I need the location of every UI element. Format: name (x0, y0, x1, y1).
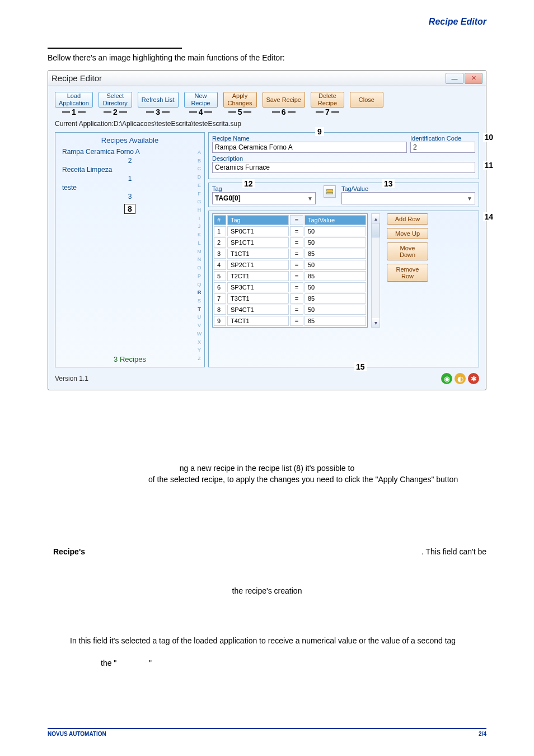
recipe-list-item-count: 2 (55, 157, 204, 165)
callout-11: 11 (483, 161, 494, 170)
recipe-name-input[interactable] (212, 142, 407, 153)
alpha-letter[interactable]: W (195, 331, 203, 337)
alpha-letter[interactable]: B (195, 158, 203, 164)
toolbar-button[interactable]: Apply Changes (223, 92, 257, 108)
alpha-letter[interactable]: O (195, 265, 203, 270)
move-up-button[interactable]: Move Up (387, 228, 428, 239)
tag-combo-value: TAG0[0] (215, 194, 241, 202)
doc-frag-3b: . This field can't be (421, 547, 486, 558)
toolbar-button[interactable]: Refresh List (138, 92, 179, 108)
alpha-letter[interactable]: X (195, 339, 203, 345)
alpha-letter[interactable]: R (195, 290, 203, 295)
tag-label: Tag (212, 185, 316, 192)
recipe-list-item[interactable]: teste (62, 184, 198, 192)
alpha-letter[interactable]: T (195, 306, 203, 312)
tag-value-combo[interactable]: ▼ (341, 192, 475, 204)
doc-frag-1: ng a new recipe in the recipe list (8) i… (64, 463, 470, 474)
alpha-letter[interactable]: Y (195, 347, 203, 353)
recipe-list-item-count: 3 (55, 193, 204, 200)
alpha-letter[interactable]: F (195, 191, 203, 197)
alpha-letter[interactable]: U (195, 314, 203, 320)
callout-4: 4 (189, 108, 213, 116)
alpha-letter[interactable]: A (195, 150, 203, 155)
chevron-down-icon: ▼ (467, 195, 472, 202)
chevron-down-icon: ▼ (307, 195, 313, 202)
table-row[interactable]: 6SP3CT1=50 (214, 282, 366, 292)
alpha-letter[interactable]: L (195, 240, 203, 246)
alpha-letter[interactable]: E (195, 183, 203, 188)
table-row[interactable]: 2SP1CT1=50 (214, 237, 366, 248)
table-row[interactable]: 8SP4CT1=50 (214, 305, 366, 315)
id-code-input[interactable] (410, 142, 475, 153)
table-row[interactable]: 4SP2CT1=50 (214, 260, 366, 270)
toolbar-button[interactable]: Select Directory (99, 92, 132, 108)
toolbar-button[interactable]: Close (350, 92, 383, 108)
table-row[interactable]: 7T3CT1=85 (214, 293, 366, 304)
tag-table: #Tag=Tag/Value1SP0CT1=502SP1CT1=503T1CT1… (212, 213, 368, 328)
toolbar-button[interactable]: Save Recipe (263, 92, 305, 108)
tag-icon-button-1[interactable] (324, 185, 336, 198)
callout-15: 15 (354, 362, 367, 371)
alpha-letter[interactable]: K (195, 232, 203, 237)
alpha-letter[interactable]: I (195, 216, 203, 221)
callout-5: 5 (228, 108, 252, 116)
alpha-letter[interactable]: M (195, 249, 203, 254)
alpha-letter[interactable]: C (195, 166, 203, 171)
tag-combo[interactable]: TAG0[0] ▼ (212, 192, 316, 204)
status-icon-green: ◉ (441, 373, 452, 384)
table-row[interactable]: 3T1CT1=85 (214, 249, 366, 259)
alpha-letter[interactable]: D (195, 174, 203, 180)
table-row[interactable]: 1SP0CT1=50 (214, 226, 366, 236)
alpha-letter[interactable]: H (195, 207, 203, 213)
page-footer: NOVUS AUTOMATION 2/4 (48, 728, 486, 737)
scroll-up-icon[interactable]: ▴ (372, 214, 380, 223)
recipe-list-item[interactable]: Rampa Ceramica Forno A (62, 148, 198, 156)
table-header: = (290, 215, 303, 225)
table-scrollbar[interactable]: ▴ ▾ (371, 213, 380, 328)
page-header-title: Recipe Editor (429, 17, 486, 27)
recipes-count: 3 Recipes (55, 352, 204, 367)
recipes-available-header: Recipes Available (55, 133, 204, 147)
recipe-editor-window: Recipe Editor — ✕ Load Application1Selec… (48, 70, 486, 390)
alpha-letter[interactable]: G (195, 199, 203, 204)
doc-frag-5: In this field it's selected a tag of the… (48, 636, 486, 647)
alpha-letter[interactable]: S (195, 298, 203, 304)
alpha-letter[interactable]: Q (195, 282, 203, 287)
table-header: Tag (227, 215, 289, 225)
scroll-thumb[interactable] (372, 223, 380, 237)
doc-frag-2: of the selected recipe, to apply the cha… (148, 474, 470, 486)
tag-value-label: Tag/Value (341, 185, 475, 192)
callout-2: 2 (104, 108, 127, 116)
move-down-button[interactable]: Move Down (387, 242, 428, 260)
minimize-button[interactable]: — (446, 73, 463, 84)
callout-1: 1 (62, 108, 86, 116)
alpha-index[interactable]: ABCDEFGHIJKLMNOPQRSTUVWXYZ (195, 150, 203, 361)
alpha-letter[interactable]: J (195, 223, 203, 229)
description-input[interactable] (212, 162, 475, 173)
toolbar: Load Application1Select Directory2Refres… (55, 92, 479, 116)
doc-frag-4: the recipe's creation (48, 586, 486, 597)
callout-6: 6 (272, 108, 296, 116)
table-row[interactable]: 5T2CT1=85 (214, 271, 366, 281)
close-window-button[interactable]: ✕ (465, 73, 483, 84)
toolbar-button[interactable]: Load Application (55, 92, 93, 108)
remove-row-button[interactable]: Remove Row (387, 264, 428, 282)
callout-14: 14 (483, 212, 494, 221)
toolbar-button[interactable]: New Recipe (184, 92, 218, 108)
toolbar-button[interactable]: Delete Recipe (311, 92, 344, 108)
recipes-available-panel: Recipes Available Rampa Ceramica Forno A… (55, 132, 205, 367)
alpha-letter[interactable]: P (195, 273, 203, 279)
add-row-button[interactable]: Add Row (387, 213, 428, 225)
alpha-letter[interactable]: N (195, 256, 203, 262)
alpha-letter[interactable]: V (195, 323, 203, 328)
callout-10: 10 (483, 133, 494, 142)
titlebar: Recipe Editor — ✕ (48, 71, 486, 86)
table-header: Tag/Value (305, 215, 366, 225)
intro-text: Bellow there's an image highlighting the… (48, 53, 486, 62)
alpha-letter[interactable]: Z (195, 356, 203, 361)
scroll-down-icon[interactable]: ▾ (372, 318, 380, 327)
table-row[interactable]: 9T4CT1=85 (214, 316, 366, 326)
recipe-list-item[interactable]: Receita Limpeza (62, 166, 198, 174)
callout-8: 8 (124, 204, 135, 214)
id-code-label: Identification Code (410, 135, 475, 142)
